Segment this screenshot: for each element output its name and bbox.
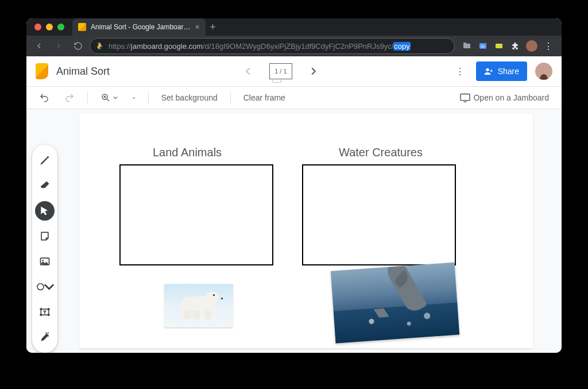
set-background-label: Set background (161, 93, 218, 102)
svg-text:9+: 9+ (481, 45, 485, 48)
redo-icon (64, 93, 75, 103)
clear-frame-button[interactable]: Clear frame (239, 91, 290, 105)
account-avatar[interactable] (535, 63, 552, 80)
svg-point-6 (47, 156, 49, 158)
svg-rect-2 (496, 44, 502, 48)
sticky-note-tool[interactable] (35, 226, 55, 246)
tab-close-icon[interactable]: × (195, 23, 199, 31)
extensions-menu-icon[interactable] (510, 41, 520, 51)
svg-point-9 (37, 283, 44, 290)
minimize-window-button[interactable] (46, 24, 53, 30)
svg-point-12 (48, 309, 49, 310)
zoom-out-button[interactable]: - (128, 91, 140, 105)
prev-frame-button[interactable] (242, 65, 254, 78)
jam-frame-canvas[interactable]: Land Animals Water Creatures (79, 114, 533, 348)
header-right: ⋮ Share (452, 61, 552, 81)
drop-zone-land[interactable] (119, 164, 273, 265)
chevron-down-icon (44, 281, 55, 292)
pen-tool[interactable] (35, 151, 55, 170)
select-tool[interactable] (35, 201, 55, 221)
frame-selector-button[interactable]: 1 / 1 (269, 63, 292, 79)
extension-icon[interactable] (462, 41, 472, 51)
titlebar: Animal Sort - Google Jamboar… × + (26, 18, 562, 36)
browser-window: Animal Sort - Google Jamboar… × + https:… (26, 18, 562, 353)
divider (230, 91, 231, 104)
svg-point-8 (42, 260, 44, 261)
laser-tool[interactable] (35, 328, 55, 347)
zoom-icon (100, 93, 111, 103)
divider (148, 91, 149, 104)
extension-icon[interactable]: 9+ (478, 41, 488, 51)
workspace: Land Animals Water Creatures (26, 109, 562, 353)
undo-icon (39, 93, 49, 103)
tab-title: Animal Sort - Google Jamboar… (91, 23, 190, 31)
svg-point-13 (40, 314, 42, 316)
profile-avatar-icon[interactable] (526, 40, 537, 52)
shape-tool[interactable] (35, 277, 55, 296)
cast-icon (459, 93, 471, 102)
svg-rect-5 (461, 94, 470, 101)
back-button[interactable] (31, 38, 47, 54)
polar-bear-photo[interactable] (164, 284, 233, 328)
share-button[interactable]: Share (476, 61, 527, 81)
text-box-tool[interactable] (35, 302, 55, 322)
app-header: Animal Sort 1 / 1 ⋮ Share (26, 56, 562, 86)
drop-zone-water[interactable] (302, 164, 456, 265)
heading-land-animals[interactable]: Land Animals (153, 146, 222, 159)
extensions-area: 9+ ⋮ (458, 40, 557, 52)
chevron-down-icon (113, 95, 118, 100)
action-bar: - Set background Clear frame Open on a J… (26, 86, 562, 109)
frame-navigator: 1 / 1 (242, 63, 320, 79)
browser-tab[interactable]: Animal Sort - Google Jamboar… × (72, 18, 206, 36)
dolphin-photo[interactable] (331, 263, 459, 344)
open-jamboard-label: Open on a Jamboard (473, 93, 549, 102)
forward-button[interactable] (51, 38, 67, 54)
reload-button[interactable] (70, 38, 86, 54)
redo-button[interactable] (60, 90, 79, 105)
window-controls (26, 24, 64, 30)
jamboard-favicon-icon (78, 23, 86, 31)
close-window-button[interactable] (34, 24, 41, 30)
address-bar-row: https://jamboard.google.com/d/18gI9OM2Wy… (26, 36, 562, 56)
document-title[interactable]: Animal Sort (56, 66, 110, 78)
frame-count-label: 1 / 1 (274, 68, 287, 75)
eraser-tool[interactable] (35, 176, 55, 195)
heading-water-creatures[interactable]: Water Creatures (339, 146, 423, 159)
fullscreen-window-button[interactable] (57, 24, 64, 30)
next-frame-button[interactable] (307, 65, 320, 78)
url-text: https://jamboard.google.com/d/18gI9OM2Wy… (109, 42, 411, 51)
set-background-button[interactable]: Set background (157, 91, 222, 105)
open-on-jamboard-button[interactable]: Open on a Jamboard (455, 91, 554, 105)
tool-rail (32, 145, 57, 353)
omnibox[interactable]: https://jamboard.google.com/d/18gI9OM2Wy… (90, 38, 455, 54)
person-add-icon (484, 67, 493, 76)
image-tool[interactable] (35, 252, 55, 271)
svg-point-3 (486, 68, 489, 71)
new-tab-button[interactable]: + (206, 21, 220, 33)
more-actions-button[interactable]: ⋮ (452, 63, 468, 79)
zoom-button[interactable] (96, 90, 122, 105)
undo-button[interactable] (34, 90, 54, 105)
svg-point-11 (40, 309, 42, 310)
divider (87, 91, 88, 104)
drive-icon (96, 42, 104, 50)
jamboard-logo-icon[interactable] (36, 63, 48, 79)
extension-icon[interactable] (494, 41, 504, 51)
zoom-minus-label: - (133, 93, 136, 102)
clear-frame-label: Clear frame (243, 93, 285, 102)
svg-point-14 (48, 314, 49, 316)
share-label: Share (498, 67, 519, 76)
browser-menu-icon[interactable]: ⋮ (543, 41, 554, 51)
